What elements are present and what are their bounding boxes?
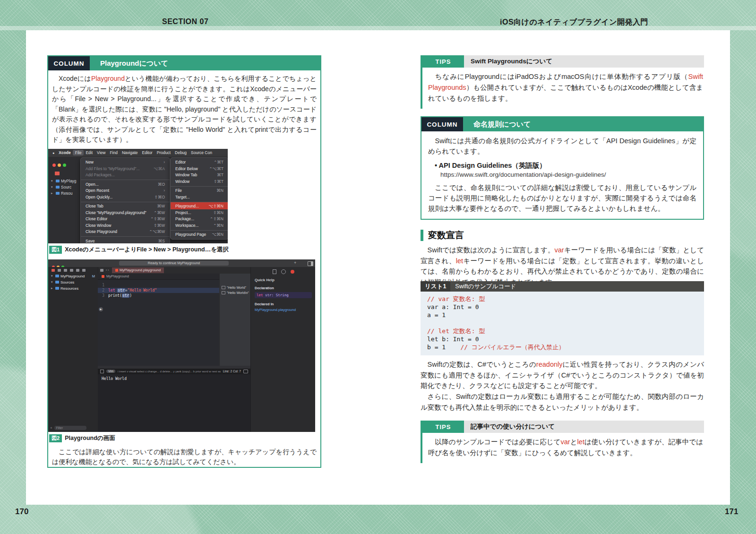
project-icon [52,269,55,272]
text-run: Swiftの定数は、C#でいうところの [428,361,536,368]
file-menu-item: Close Window ⇧⌘W [81,222,170,229]
menu-item-label: Open Quickly... [86,195,112,200]
code-line: b = 1 // コンパイルエラー（再代入禁止） [427,343,697,351]
file-menu-panel: New › Add Files to "MyPlayground"... ⌥⌘A… [80,157,170,243]
tips-body: 以降のサンプルコードでは必要に応じてvarとletは使い分けていきますが、記事中… [422,433,704,463]
disclosure-icon: ▾ [51,280,54,284]
readonly-paragraph: Swiftの定数は、C#でいうところのreadonlyに近い性質を持っており、ク… [421,359,704,391]
column-title: Playgroundについて [90,56,168,70]
highlighted-term-var: var [560,438,570,446]
project-navigator: ▾ MyPlayground M ▾ Sources ▸ [48,267,98,432]
declaration-rest: str: String [263,293,289,297]
cursor-position: Line: 2 Col: 7 [223,370,241,373]
tab-label: MyPlayground.playground [120,268,161,272]
quick-help-content: Quick Help Declaration let str: String D… [251,274,315,312]
tips-var-let-usage: TIPS 記事中での使い分けについて 以降のサンプルコードでは必要に応じてvar… [421,421,704,463]
file-menu-item: Close Playground ⌃⌥⌘W [81,229,170,235]
menu-item-shortcut: ⌃⌥⌘W [149,229,165,234]
back-forward-icons: ‹ › [106,269,109,272]
column-paragraph-2: ここでは詳細な使い方についての解説は割愛しますが、キャッチアップを行ううえでは便… [48,447,320,467]
navigator-label: Sourc [61,185,71,189]
menu-item-shortcut: › [163,188,165,193]
figure2-caption: 図2 Playgroundの画面 [49,434,320,442]
page-number-left: 170 [15,507,28,517]
code-line: // let 定数名: 型 [427,327,697,335]
folder-icon [55,287,59,290]
inspector-panel: Quick Help Declaration let str: String D… [250,267,315,432]
vim-checkbox [100,370,104,373]
vim-status-bar: Vim i insert v visual select c change...… [98,369,250,374]
text-run: ）も公開されていますが、ここで触れているものはXcodeの機能として含まれている… [428,84,703,102]
search-icon [70,269,73,272]
menu-bar-item: Navigate [122,150,138,155]
section-heading-variable-declaration: 変数宣言 [421,229,464,241]
menu-item-shortcut: ⌥⌘N [212,232,223,237]
section-heading-bar [421,230,423,241]
menu-bar-item: Editor [142,150,153,155]
menu-item-label: File [175,188,182,193]
menu-item-label: Workspace... [175,223,198,228]
column-tag: COLUMN [48,56,90,70]
source-editor: MyPlayground 1 2let str = "Hello World" … [98,274,219,366]
listing-title: Swiftのサンプルコード [450,283,516,291]
run-playground-icon: ▶ [99,307,103,311]
navigator-item: ▾ Sources [48,279,98,285]
close-window-icon [52,164,56,167]
quicklook-icon [222,291,225,294]
column-naming-rules-box: COLUMN 命名規則について Swiftには共通の命名規則の公式ガイドラインと… [421,116,704,220]
keyword-let: let [257,293,263,297]
column-body: Swiftには共通の命名規則の公式ガイドラインとして「API Design Gu… [421,131,703,214]
menu-item-shortcut: ⌘N [216,188,223,193]
project-folder-icon [55,169,60,177]
add-file-icon: + [50,426,52,430]
window-titlebar: Ready to continue MyPlayground + [48,259,315,267]
menu-item-shortcut: ⌃⌥⌘T [209,166,223,172]
listing-code: // var 変数名: 型 var a: Int = 0 a = 1 // le… [421,292,704,355]
navigator-item: ▾ MyPlayground M [48,273,98,279]
folder-icon [56,192,60,195]
playground-file-icon [115,269,118,272]
menu-bar-item: Xcode [59,150,71,155]
menu-item-label: Editor [175,160,186,165]
figure2-playground-screenshot: Ready to continue MyPlayground + ‹ › MyP… [48,259,315,432]
menu-item-shortcut: ⇧⌘O [155,195,165,200]
menu-item-label: Project... [175,210,191,215]
menu-bar-item: File [73,150,84,155]
disclosure-icon: ▾ [51,179,54,183]
tips-swift-playgrounds: TIPS Swift Playgroundsについて ちなみにPlaygroun… [421,55,704,109]
tests-icon [82,269,86,272]
vim-key-hints: i insert v visual select c change... d d… [118,370,221,373]
file-menu-item: Close Tab ⌘W [81,202,170,210]
tips-paragraph: 以降のサンプルコードでは必要に応じてvarとletは使い分けていきますが、記事中… [428,437,703,458]
figure2-tag: 図2 [49,434,62,442]
code-line: a = 1 [427,311,697,319]
navigator-label: Sources [60,280,74,284]
menu-item-shortcut: ⌃⇧⌘W [150,216,165,222]
menu-item-label: Close Editor [86,216,107,222]
new-submenu-item: File ⌘N [171,186,228,194]
column-paragraph-1: XcodeにはPlaygroundという機能が備わっており、こちらを利用すること… [48,74,320,145]
navigator-label: Resources [60,286,78,291]
menu-item-shortcut: ⌘T [217,172,223,178]
disclosure-icon: ▾ [51,185,54,189]
bookmarks-icon [64,269,67,272]
code-line [427,319,697,327]
xcode-navigator-tree: ▾ MyPlayg ▾ Sourc ▸ Resou [51,178,77,197]
folder-icon [55,281,59,284]
line-number: 3 [98,293,104,298]
debug-console: Hello World [98,374,250,432]
menu-item-label: Save [86,239,94,243]
code-comment: // コンパイルエラー（再代入禁止） [460,344,565,351]
figure1-tag: 図1 [49,246,62,254]
menu-item-shortcut: ⌘S [158,239,165,243]
menu-bar-item: Edit [86,150,93,155]
new-submenu-item: Editor Below ⌃⌥⌘T [171,165,228,172]
menu-item-label: Close Tab [86,204,103,209]
related-items-icon [100,269,103,272]
running-header-chapter: iOS向けのネイティブプラグイン開発入門 [500,17,648,27]
file-inspector-icon [273,269,276,274]
menu-item-shortcut: ⌃⌘N [213,223,223,228]
menu-item-label: Close "MyPlayground.playground" [86,210,146,215]
tips-header: TIPS 記事中での使い分けについて [422,421,704,433]
navigator-icon-strip [48,267,98,273]
